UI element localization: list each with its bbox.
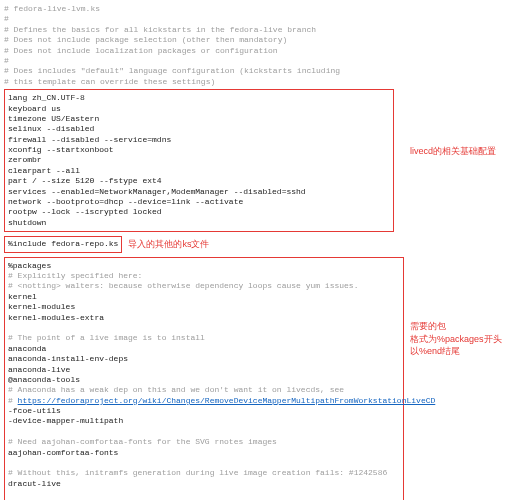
pkg-comment-link: # https://fedoraproject.org/wiki/Changes… [8, 396, 400, 406]
cfg-line: xconfig --startxonboot [8, 145, 390, 155]
pkg-line: %packages [8, 261, 400, 271]
blank [8, 323, 400, 333]
cfg-line: keyboard us [8, 104, 390, 114]
annotation-box1: livecd的相关基础配置 [410, 145, 496, 158]
pkg-line: dracut-live [8, 479, 400, 489]
pkg-comment: # Without this, initramfs generation dur… [8, 468, 400, 478]
packages-box: %packages # Explicitly specified here: #… [4, 257, 404, 500]
cfg-line: shutdown [8, 218, 390, 228]
doc-link[interactable]: https://fedoraproject.org/wiki/Changes/R… [18, 396, 436, 405]
annotation-box2-l2: 格式为%packages开头 [410, 333, 502, 346]
blank [8, 489, 400, 499]
pkg-comment: # Explicitly specified here: [8, 271, 400, 281]
cfg-line: services --enabled=NetworkManager,ModemM… [8, 187, 390, 197]
blank [8, 458, 400, 468]
pkg-comment: # The point of a live image is to instal… [8, 333, 400, 343]
cfg-line: firewall --disabled --service=mdns [8, 135, 390, 145]
pkg-line: anaconda-live [8, 365, 400, 375]
pkg-comment: # <notting> walters: because otherwise d… [8, 281, 400, 291]
cfg-line: rootpw --lock --iscrypted locked [8, 207, 390, 217]
annotation-include: 导入的其他的ks文件 [128, 239, 209, 251]
cfg-line: lang zh_CN.UTF-8 [8, 93, 390, 103]
annotation-box2-l1: 需要的包 [410, 320, 502, 333]
config-box: lang zh_CN.UTF-8 keyboard us timezone US… [4, 89, 394, 232]
pkg-comment: # Anaconda has a weak dep on this and we… [8, 385, 400, 395]
include-line: %include fedora-repo.ks [8, 239, 118, 248]
include-box: %include fedora-repo.ks [4, 236, 122, 252]
pkg-line: anaconda-install-env-deps [8, 354, 400, 364]
annotation-box2: 需要的包 格式为%packages开头 以%end结尾 [410, 320, 502, 358]
comment-sep2: # [4, 56, 506, 66]
cfg-line: network --bootproto=dhcp --device=link -… [8, 197, 390, 207]
pkg-line: -device-mapper-multipath [8, 416, 400, 426]
pkg-line: aajohan-comfortaa-fonts [8, 448, 400, 458]
cfg-line: part / --size 5120 --fstype ext4 [8, 176, 390, 186]
pkg-line: kernel [8, 292, 400, 302]
pkg-line: kernel-modules [8, 302, 400, 312]
comment-filename: # fedora-live-lvm.ks [4, 4, 506, 14]
comment-3: # Does not include localization packages… [4, 46, 506, 56]
cfg-line: clearpart --all [8, 166, 390, 176]
cfg-line: zerombr [8, 155, 390, 165]
pkg-line: anaconda [8, 344, 400, 354]
pkg-line: kernel-modules-extra [8, 313, 400, 323]
annotation-box2-l3: 以%end结尾 [410, 345, 502, 358]
comment-2: # Does not include package selection (ot… [4, 35, 506, 45]
comment-sep: # [4, 14, 506, 24]
pkg-line: @anaconda-tools [8, 375, 400, 385]
blank [8, 427, 400, 437]
cfg-line: timezone US/Eastern [8, 114, 390, 124]
cfg-line: selinux --disabled [8, 124, 390, 134]
pkg-line: -fcoe-utils [8, 406, 400, 416]
comment-5: # this template can override these setti… [4, 77, 506, 87]
pkg-comment: # Need aajohan-comfortaa-fonts for the S… [8, 437, 400, 447]
comment-4: # Does includes "default" language confi… [4, 66, 506, 76]
comment-1: # Defines the basics for all kickstarts … [4, 25, 506, 35]
